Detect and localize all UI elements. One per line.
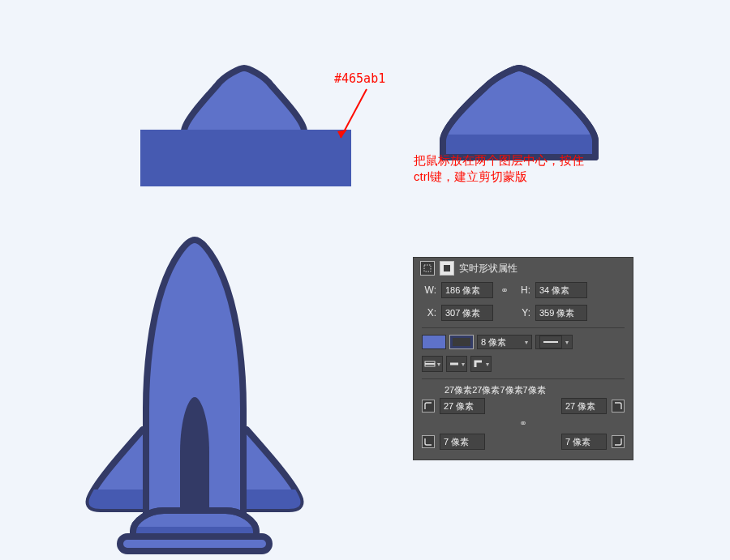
width-label: W: <box>422 284 436 296</box>
stroke-style-sample <box>539 336 562 348</box>
svg-rect-9 <box>444 265 450 271</box>
panel-header: 实时形状属性 <box>414 258 633 279</box>
height-input[interactable]: 34 像素 <box>535 282 587 298</box>
chevron-down-icon: ▾ <box>462 361 465 368</box>
stroke-cap-dropdown[interactable]: ▾ <box>446 356 467 372</box>
svg-rect-0 <box>140 130 351 186</box>
stroke-width-value: 8 像素 <box>481 336 506 348</box>
live-shape-icon[interactable] <box>440 261 454 276</box>
corner-bl-input[interactable]: 7 像素 <box>440 434 485 450</box>
corner-bl-icon[interactable] <box>422 435 435 448</box>
y-input[interactable]: 359 像素 <box>535 305 587 321</box>
stroke-style-dropdown[interactable]: ▾ <box>535 335 573 349</box>
corner-tr-icon[interactable] <box>612 400 625 413</box>
corner-radii-summary: 27像素27像素7像素7像素 <box>414 383 633 396</box>
x-label: X: <box>422 307 436 318</box>
stroke-width-dropdown[interactable]: 8 像素 ▾ <box>477 335 532 349</box>
chevron-down-icon: ▾ <box>486 361 489 368</box>
corner-br-input[interactable]: 7 像素 <box>561 434 607 450</box>
chevron-down-icon: ▾ <box>437 361 440 368</box>
fill-swatch[interactable] <box>422 335 446 349</box>
height-label: H: <box>516 284 530 296</box>
link-corners-icon[interactable]: ⚭ <box>414 416 633 432</box>
corner-tr-input[interactable]: 27 像素 <box>561 398 607 414</box>
link-wh-icon[interactable]: ⚭ <box>498 284 511 296</box>
corner-tl-icon[interactable] <box>422 400 435 413</box>
panel-title: 实时形状属性 <box>459 262 517 276</box>
hint-line-2: ctrl键，建立剪切蒙版 <box>414 169 527 183</box>
stroke-swatch[interactable] <box>449 335 474 349</box>
x-input[interactable]: 307 像素 <box>441 305 493 321</box>
stroke-align-dropdown[interactable]: ▾ <box>422 356 443 372</box>
rocket-illustration <box>73 235 316 559</box>
svg-rect-7 <box>120 536 269 551</box>
width-input[interactable]: 186 像素 <box>441 282 493 298</box>
stroke-corner-dropdown[interactable]: ▾ <box>470 356 492 372</box>
corner-tl-input[interactable]: 27 像素 <box>440 398 485 414</box>
shape-with-clipping-mask <box>414 65 625 162</box>
y-label: Y: <box>516 307 530 318</box>
mask-icon[interactable] <box>420 261 435 276</box>
shape-with-rectangle-overlay <box>126 65 361 195</box>
svg-rect-11 <box>425 363 435 365</box>
chevron-down-icon: ▾ <box>525 339 528 346</box>
chevron-down-icon: ▾ <box>565 339 569 346</box>
shape-properties-panel: 实时形状属性 W: 186 像素 ⚭ H: 34 像素 X: 307 像素 ⚭ … <box>414 258 633 460</box>
svg-rect-8 <box>424 265 431 271</box>
corner-br-icon[interactable] <box>612 435 625 448</box>
